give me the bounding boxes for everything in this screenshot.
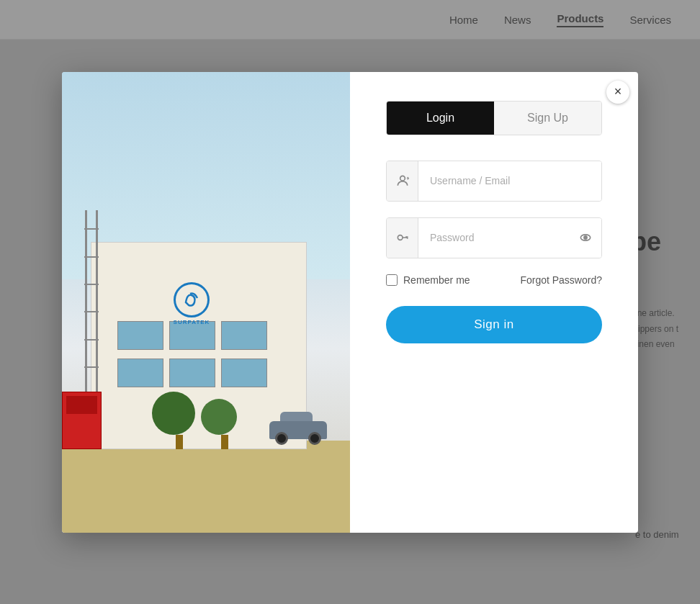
- logo-circle: [174, 282, 210, 317]
- username-input[interactable]: [418, 161, 601, 201]
- signup-tab[interactable]: Sign Up: [494, 102, 601, 135]
- key-icon: [387, 218, 418, 258]
- window-5: [169, 321, 215, 350]
- window-3: [221, 359, 267, 387]
- building: [91, 242, 307, 449]
- close-button[interactable]: ×: [606, 81, 629, 104]
- login-tab[interactable]: Login: [387, 102, 494, 135]
- window-1: [117, 359, 163, 387]
- forgot-password-link[interactable]: Forgot Password?: [520, 274, 602, 286]
- remember-me-checkbox[interactable]: [386, 274, 398, 286]
- password-input-group: [386, 217, 602, 258]
- window-2: [169, 359, 215, 387]
- login-modal: ×: [62, 72, 638, 533]
- password-input[interactable]: [418, 218, 570, 258]
- ladder-structure: [85, 210, 98, 395]
- svg-point-3: [584, 236, 587, 239]
- tab-bar: Login Sign Up: [386, 101, 602, 135]
- ground: [62, 441, 350, 533]
- windows-row: [117, 359, 268, 387]
- tree-2: [212, 399, 237, 449]
- windows-row-2: [117, 321, 268, 350]
- window-4: [117, 321, 163, 350]
- parked-car: [269, 420, 327, 445]
- signin-button[interactable]: Sign in: [386, 306, 602, 343]
- user-icon: [387, 161, 418, 201]
- svg-point-1: [398, 235, 403, 240]
- tree-1: [163, 392, 195, 449]
- login-form-panel: Login Sign Up: [350, 72, 638, 533]
- window-6: [221, 321, 267, 350]
- red-machine: [62, 392, 102, 449]
- surpatek-text: SURPATEK: [174, 319, 210, 325]
- remember-forgot-row: Remember me Forgot Password?: [386, 274, 602, 286]
- username-input-group: [386, 161, 602, 202]
- remember-me-label[interactable]: Remember me: [386, 274, 470, 286]
- surpatek-logo-area: SURPATEK: [163, 282, 220, 325]
- modal-image-panel: SURPATEK: [62, 72, 350, 533]
- toggle-password-button[interactable]: [570, 218, 601, 258]
- svg-point-0: [400, 176, 405, 181]
